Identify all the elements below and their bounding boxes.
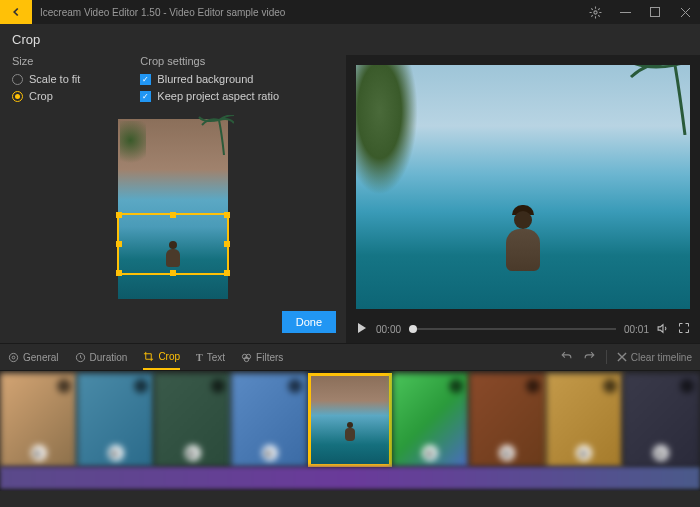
- radio-crop[interactable]: Crop: [12, 90, 80, 102]
- checkbox-icon: ✓: [140, 91, 151, 102]
- timeline-clip-selected[interactable]: [308, 373, 391, 467]
- svg-rect-1: [620, 12, 631, 13]
- current-time: 00:00: [376, 324, 401, 335]
- crop-icon: [143, 351, 154, 362]
- redo-button[interactable]: [583, 350, 596, 365]
- crop-box[interactable]: [117, 213, 229, 275]
- preview-panel: 00:00 00:01: [346, 55, 700, 343]
- tab-general[interactable]: General: [8, 346, 59, 369]
- svg-point-0: [593, 10, 596, 13]
- radio-icon: [12, 74, 23, 85]
- preview-video[interactable]: [356, 65, 690, 309]
- timeline-clip[interactable]: ▶: [77, 373, 154, 467]
- tab-filters[interactable]: Filters: [241, 346, 283, 369]
- done-button[interactable]: Done: [282, 311, 336, 333]
- play-button[interactable]: [356, 322, 368, 336]
- maximize-button[interactable]: [640, 0, 670, 24]
- tab-label: General: [23, 352, 59, 363]
- size-label: Size: [12, 55, 80, 67]
- fullscreen-icon[interactable]: [678, 322, 690, 336]
- svg-point-4: [9, 353, 17, 361]
- scrubber[interactable]: [409, 328, 616, 330]
- timeline-clip[interactable]: ▶: [469, 373, 546, 467]
- undo-button[interactable]: [560, 350, 573, 365]
- tab-label: Duration: [90, 352, 128, 363]
- svg-point-3: [12, 356, 15, 359]
- settings-icon[interactable]: [580, 0, 610, 24]
- timeline-clip[interactable]: ▶: [546, 373, 623, 467]
- clear-timeline-label: Clear timeline: [631, 352, 692, 363]
- tab-crop[interactable]: Crop: [143, 345, 180, 370]
- close-button[interactable]: [670, 0, 700, 24]
- text-icon: T: [196, 352, 203, 363]
- crop-settings-label: Crop settings: [140, 55, 279, 67]
- checkbox-keep-aspect-ratio[interactable]: ✓ Keep project aspect ratio: [140, 90, 279, 102]
- checkbox-icon: ✓: [140, 74, 151, 85]
- timeline-clip[interactable]: ▶: [623, 373, 700, 467]
- app-title: Icecream Video Editor 1.50 - Video Edito…: [40, 7, 285, 18]
- tab-text[interactable]: T Text: [196, 346, 225, 369]
- tab-label: Text: [207, 352, 225, 363]
- radio-label: Crop: [29, 90, 53, 102]
- panel-title: Crop: [0, 24, 700, 55]
- minimize-button[interactable]: [610, 0, 640, 24]
- close-icon: [617, 352, 627, 362]
- timeline-clip[interactable]: ▶: [392, 373, 469, 467]
- checkbox-label: Blurred background: [157, 73, 253, 85]
- timeline-clip[interactable]: ▶: [231, 373, 308, 467]
- checkbox-blurred-background[interactable]: ✓ Blurred background: [140, 73, 279, 85]
- tab-duration[interactable]: Duration: [75, 346, 128, 369]
- volume-icon[interactable]: [657, 322, 670, 337]
- timeline-clip[interactable]: ▶: [0, 373, 77, 467]
- crop-preview[interactable]: [118, 119, 228, 299]
- checkbox-label: Keep project aspect ratio: [157, 90, 279, 102]
- timeline-audio-track[interactable]: [0, 467, 700, 489]
- filters-icon: [241, 352, 252, 363]
- total-time: 00:01: [624, 324, 649, 335]
- timeline[interactable]: ▶ ▶ ▶ ▶ ▶ ▶ ▶ ▶: [0, 371, 700, 491]
- clear-timeline-button[interactable]: Clear timeline: [617, 352, 692, 363]
- radio-icon: [12, 91, 23, 102]
- tab-label: Crop: [158, 351, 180, 362]
- tab-label: Filters: [256, 352, 283, 363]
- gear-icon: [8, 352, 19, 363]
- radio-scale-to-fit[interactable]: Scale to fit: [12, 73, 80, 85]
- timeline-clip[interactable]: ▶: [154, 373, 231, 467]
- radio-label: Scale to fit: [29, 73, 80, 85]
- clock-icon: [75, 352, 86, 363]
- back-button[interactable]: [0, 0, 32, 24]
- svg-rect-2: [651, 8, 660, 17]
- crop-settings-panel: Size Scale to fit Crop Crop settings ✓ B…: [0, 55, 346, 343]
